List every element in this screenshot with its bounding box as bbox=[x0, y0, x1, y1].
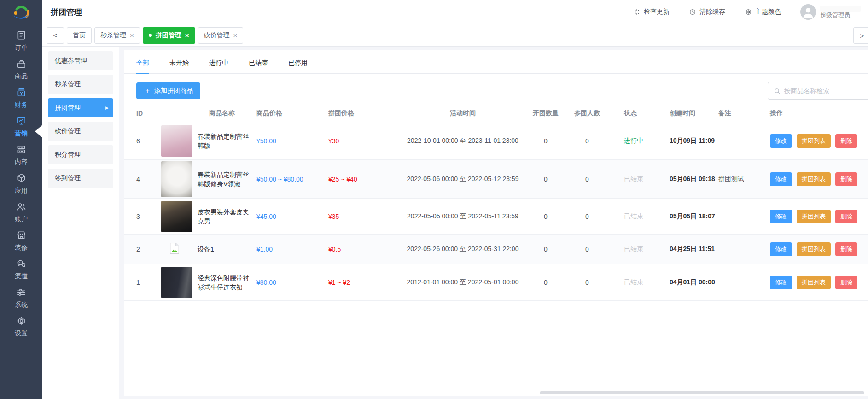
delete-button[interactable]: 删除 bbox=[835, 210, 857, 223]
add-group-product-button[interactable]: ＋ 添加拼团商品 bbox=[136, 82, 200, 99]
sidebar-item-decorate[interactable]: 装修 bbox=[0, 227, 42, 255]
page-tab[interactable]: 秒杀管理 × bbox=[94, 27, 140, 44]
submenu-item[interactable]: 砍价管理 ▶ bbox=[48, 122, 113, 141]
filter-tab[interactable]: 已停用 bbox=[288, 59, 308, 73]
participant-count: 0 bbox=[562, 213, 612, 220]
sidebar-item-order[interactable]: 订单 bbox=[0, 27, 42, 55]
product-price: ¥80.00 bbox=[256, 279, 328, 286]
search-box bbox=[768, 82, 868, 100]
filter-tab[interactable]: 未开始 bbox=[169, 59, 189, 73]
group-price: ¥1 ~ ¥2 bbox=[328, 279, 396, 286]
toolbar: ＋ 添加拼团商品 bbox=[136, 82, 856, 100]
filter-tab[interactable]: 全部 bbox=[136, 59, 149, 73]
page-tab-label: 砍价管理 bbox=[204, 31, 230, 40]
clear-cache-button[interactable]: 清除缓存 bbox=[689, 8, 725, 16]
user-menu[interactable]: 超级管理员 bbox=[800, 4, 861, 20]
product-image-broken bbox=[169, 242, 180, 256]
product-price: ¥45.00 bbox=[256, 213, 328, 220]
account-icon bbox=[16, 201, 27, 213]
column-header: 商品名称 bbox=[161, 109, 256, 117]
edit-button[interactable]: 修改 bbox=[770, 276, 792, 289]
tabs-scroll-left-button[interactable]: < bbox=[47, 27, 64, 44]
page-tab[interactable]: 首页 bbox=[67, 27, 92, 44]
close-icon[interactable]: × bbox=[185, 32, 189, 39]
created-time: 04月25日 11:51 bbox=[668, 245, 717, 253]
system-icon bbox=[16, 287, 27, 299]
group-count: 0 bbox=[530, 279, 562, 286]
sidebar-item-finance[interactable]: 财务 bbox=[0, 84, 42, 112]
table-row: 1 经典深色附腰带衬衫式牛仔连衣裙 ¥80.00 ¥1 ~ ¥2 2012-01… bbox=[124, 264, 868, 301]
cell-id: 1 bbox=[136, 279, 161, 286]
submenu-item-label: 签到管理 bbox=[55, 174, 81, 182]
product-image-pink-top bbox=[161, 125, 192, 157]
column-header: 参团人数 bbox=[562, 109, 612, 117]
group-list-button[interactable]: 拼团列表 bbox=[797, 242, 831, 256]
page-tab-label: 首页 bbox=[73, 31, 86, 40]
edit-button[interactable]: 修改 bbox=[770, 172, 792, 186]
content-area: 优惠券管理 ▶ 秒杀管理 ▶ 拼团管理 ▶ 砍价管理 ▶ 积分管理 ▶ 签到管理… bbox=[42, 47, 868, 399]
group-buy-table: ID商品名称商品价格拼团价格活动时间开团数量参团人数状态创建时间备注操作 6 春… bbox=[124, 105, 868, 301]
sidebar-item-goods[interactable]: 商品 bbox=[0, 55, 42, 84]
main-column: 拼团管理 检查更新 清除缓存 bbox=[42, 0, 868, 399]
chevron-right-icon: ▶ bbox=[105, 106, 109, 110]
theme-icon bbox=[745, 8, 752, 16]
sidebar-item-channel[interactable]: 渠道 bbox=[0, 255, 42, 284]
tabs-scroll-right-button[interactable]: > bbox=[853, 27, 868, 44]
group-list-button[interactable]: 拼团列表 bbox=[797, 172, 831, 186]
submenu-item[interactable]: 拼团管理 ▶ bbox=[48, 98, 113, 117]
row-actions: 修改拼团列表删除 bbox=[767, 276, 868, 289]
product-name: 皮衣男装外套皮夹克男 bbox=[198, 207, 249, 226]
activity-time: 2022-10-01 00:00 至 2023-11-01 23:00 bbox=[396, 137, 530, 145]
edit-button[interactable]: 修改 bbox=[770, 242, 792, 256]
group-list-button[interactable]: 拼团列表 bbox=[797, 210, 831, 223]
theme-color-button[interactable]: 主题颜色 bbox=[745, 8, 781, 16]
product-name: 春装新品定制蕾丝韩版 bbox=[198, 132, 249, 150]
page-tab[interactable]: 拼团管理 × bbox=[143, 27, 195, 44]
sidebar-item-system[interactable]: 系统 bbox=[0, 284, 42, 312]
submenu-item[interactable]: 秒杀管理 ▶ bbox=[48, 75, 113, 94]
delete-button[interactable]: 删除 bbox=[835, 242, 857, 256]
submenu-item[interactable]: 积分管理 ▶ bbox=[48, 145, 113, 164]
submenu-item[interactable]: 签到管理 ▶ bbox=[48, 169, 113, 188]
sidebar-item-apps[interactable]: 应用 bbox=[0, 170, 42, 198]
sidebar-item-settings[interactable]: 设置 bbox=[0, 312, 42, 341]
activity-time: 2012-01-01 00:00 至 2022-05-01 00:00 bbox=[396, 278, 530, 287]
submenu-item[interactable]: 优惠券管理 ▶ bbox=[48, 51, 113, 70]
group-list-button[interactable]: 拼团列表 bbox=[797, 134, 831, 148]
sidebar-item-content[interactable]: 内容 bbox=[0, 141, 42, 170]
product-image-white-blouse bbox=[161, 161, 192, 197]
page-title: 拼团管理 bbox=[51, 7, 82, 18]
goods-icon bbox=[16, 59, 27, 70]
table-row: 4 春装新品定制蕾丝韩版修身V领淑 ¥50.00 ~ ¥80.00 ¥25 ~ … bbox=[124, 160, 868, 199]
group-price: ¥0.5 bbox=[328, 246, 396, 253]
delete-button[interactable]: 删除 bbox=[835, 172, 857, 186]
order-icon bbox=[16, 30, 27, 42]
close-icon[interactable]: × bbox=[130, 32, 134, 39]
delete-button[interactable]: 删除 bbox=[835, 134, 857, 148]
sidebar-item-account[interactable]: 账户 bbox=[0, 198, 42, 227]
table-row: 6 春装新品定制蕾丝韩版 ¥50.00 ¥30 2022-10-01 00:00… bbox=[124, 122, 868, 160]
close-icon[interactable]: × bbox=[233, 32, 238, 39]
check-update-button[interactable]: 检查更新 bbox=[633, 8, 670, 16]
filter-tab[interactable]: 进行中 bbox=[209, 59, 228, 73]
created-time: 10月09日 11:09 bbox=[668, 137, 717, 145]
activity-time: 2022-05-06 00:00 至 2022-05-12 23:59 bbox=[396, 175, 530, 183]
edit-button[interactable]: 修改 bbox=[770, 210, 792, 223]
table-row: 3 皮衣男装外套皮夹克男 ¥45.00 ¥35 2022-05-05 00:00… bbox=[124, 199, 868, 235]
filter-tab[interactable]: 已结束 bbox=[249, 59, 268, 73]
search-input[interactable] bbox=[784, 87, 868, 94]
group-list-button[interactable]: 拼团列表 bbox=[797, 276, 831, 289]
sidebar-item-label: 应用 bbox=[15, 187, 28, 195]
delete-button[interactable]: 删除 bbox=[835, 276, 857, 289]
page-tab[interactable]: 砍价管理 × bbox=[198, 27, 244, 44]
edit-button[interactable]: 修改 bbox=[770, 134, 792, 148]
row-actions: 修改拼团列表删除 bbox=[767, 172, 868, 186]
group-price: ¥25 ~ ¥40 bbox=[328, 176, 396, 183]
user-name-redacted bbox=[820, 6, 861, 12]
sidebar-item-label: 渠道 bbox=[15, 272, 28, 281]
clear-cache-label: 清除缓存 bbox=[699, 8, 725, 16]
created-time: 04月01日 00:00 bbox=[668, 278, 717, 287]
topbar: 拼团管理 检查更新 清除缓存 bbox=[42, 0, 868, 24]
horizontal-scrollbar[interactable] bbox=[540, 391, 864, 394]
sidebar-collapse-handle[interactable] bbox=[35, 125, 42, 137]
